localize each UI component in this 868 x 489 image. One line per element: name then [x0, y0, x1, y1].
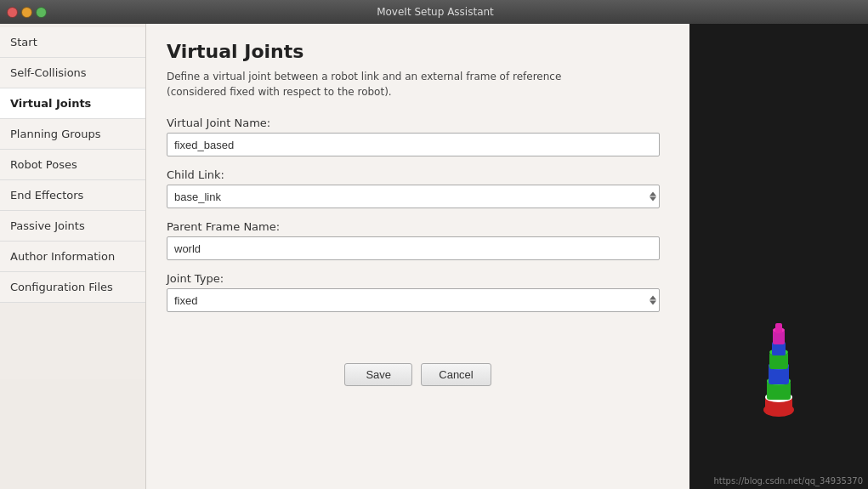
3d-viewport: https://blog.csdn.net/qq_34935370	[689, 24, 868, 489]
sidebar-item-passive-joints[interactable]: Passive Joints	[0, 211, 145, 242]
cancel-button[interactable]: Cancel	[421, 363, 491, 386]
page-description: Define a virtual joint between a robot l…	[167, 69, 669, 100]
joint-type-select[interactable]: fixed floating planar	[167, 288, 660, 312]
virtual-joint-name-input[interactable]	[167, 133, 660, 156]
parent-frame-name-input[interactable]	[167, 236, 660, 260]
maximize-button[interactable]	[36, 7, 47, 18]
parent-frame-name-group: Parent Frame Name:	[167, 220, 669, 260]
sidebar-item-robot-poses[interactable]: Robot Poses	[0, 150, 145, 180]
sidebar-item-planning-groups[interactable]: Planning Groups	[0, 119, 145, 150]
child-link-group: Child Link: base_link	[167, 168, 669, 208]
sidebar: Start Self-Collisions Virtual Joints Pla…	[0, 24, 146, 489]
joint-type-label: Joint Type:	[167, 272, 669, 285]
robot-svg	[753, 299, 804, 418]
virtual-joint-name-label: Virtual Joint Name:	[167, 117, 669, 129]
sidebar-item-virtual-joints[interactable]: Virtual Joints	[0, 88, 145, 119]
window-title: MoveIt Setup Assistant	[52, 6, 819, 18]
svg-rect-12	[775, 323, 782, 333]
joint-type-group: Joint Type: fixed floating planar	[167, 272, 669, 312]
close-button[interactable]	[7, 7, 18, 18]
sidebar-item-self-collisions[interactable]: Self-Collisions	[0, 58, 145, 88]
sidebar-empty-space	[0, 303, 145, 379]
child-link-select-wrapper: base_link	[167, 185, 660, 208]
main-window: Start Self-Collisions Virtual Joints Pla…	[0, 24, 868, 489]
save-button[interactable]: Save	[344, 363, 412, 386]
virtual-joint-name-group: Virtual Joint Name:	[167, 117, 669, 156]
child-link-select[interactable]: base_link	[167, 185, 660, 208]
sidebar-item-author-information[interactable]: Author Information	[0, 242, 145, 272]
description-line2: (considered fixed with respect to the ro…	[167, 86, 392, 98]
watermark: https://blog.csdn.net/qq_34935370	[713, 476, 863, 486]
content-area: Virtual Joints Define a virtual joint be…	[146, 24, 689, 489]
window-controls[interactable]	[7, 7, 47, 18]
sidebar-item-end-effectors[interactable]: End Effectors	[0, 180, 145, 211]
buttons-row: Save Cancel	[167, 363, 669, 386]
sidebar-item-configuration-files[interactable]: Configuration Files	[0, 272, 145, 303]
title-bar: MoveIt Setup Assistant	[0, 0, 868, 24]
viewport-canvas: https://blog.csdn.net/qq_34935370	[689, 24, 868, 489]
child-link-label: Child Link:	[167, 168, 669, 181]
sidebar-item-start[interactable]: Start	[0, 27, 145, 58]
minimize-button[interactable]	[21, 7, 32, 18]
page-title: Virtual Joints	[167, 41, 669, 62]
robot-visualization	[753, 299, 804, 421]
joint-type-select-wrapper: fixed floating planar	[167, 288, 660, 312]
parent-frame-name-label: Parent Frame Name:	[167, 220, 669, 233]
description-line1: Define a virtual joint between a robot l…	[167, 71, 561, 82]
